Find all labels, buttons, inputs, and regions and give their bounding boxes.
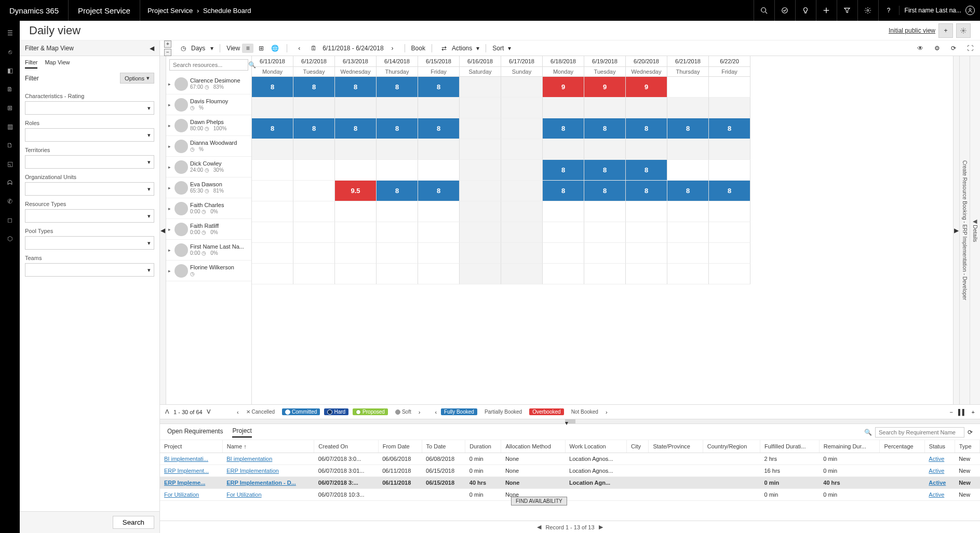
schedule-cell[interactable]	[418, 243, 460, 264]
filter-icon[interactable]	[837, 0, 857, 21]
view-link[interactable]: Initial public view	[889, 27, 935, 34]
schedule-cell[interactable]	[501, 243, 543, 264]
module-name[interactable]: Project Service	[69, 0, 140, 21]
schedule-cell[interactable]	[252, 98, 293, 118]
schedule-cell[interactable]	[377, 139, 418, 160]
schedule-cell[interactable]	[293, 222, 335, 243]
table-row[interactable]: BI implementati...BI implementation06/07…	[160, 453, 980, 465]
bp-refresh-icon[interactable]: ⟳	[968, 429, 973, 436]
name-link[interactable]: BI implementation	[226, 456, 272, 462]
pager-down[interactable]: ᐯ	[207, 408, 211, 415]
schedule-cell[interactable]: 8	[377, 181, 418, 201]
search-icon[interactable]	[754, 0, 774, 21]
schedule-cell[interactable]	[460, 222, 501, 243]
create-booking-tab[interactable]: Create Resource Booking - ERP Implementa…	[959, 56, 970, 404]
refresh-icon[interactable]: ⟳	[948, 45, 959, 52]
schedule-cell[interactable]	[293, 243, 335, 264]
schedule-cell[interactable]	[626, 98, 667, 118]
schedule-cell[interactable]	[335, 264, 377, 284]
chip-partially[interactable]: Partially Booked	[481, 408, 525, 415]
calendar-icon[interactable]: 🗓	[308, 45, 319, 52]
schedule-cell[interactable]: 8	[418, 77, 460, 98]
breadcrumb-1[interactable]: Project Service	[147, 7, 193, 15]
collapse-all-icon[interactable]: −	[164, 49, 171, 56]
column-header[interactable]: Country/Region	[703, 440, 760, 453]
schedule-cell[interactable]	[335, 98, 377, 118]
schedule-cell[interactable]: 9	[626, 77, 667, 98]
expand-icon[interactable]: ▸	[168, 206, 172, 211]
schedule-cell[interactable]	[377, 201, 418, 222]
date-range[interactable]: 6/11/2018 - 6/24/2018	[323, 45, 383, 52]
schedule-cell[interactable]	[709, 139, 750, 160]
add-icon[interactable]	[816, 0, 837, 21]
schedule-cell[interactable]	[377, 243, 418, 264]
schedule-cell[interactable]	[667, 222, 709, 243]
fullscreen-icon[interactable]: ⛶	[964, 45, 976, 52]
expand-all-icon[interactable]: +	[164, 40, 171, 48]
table-row[interactable]: ERP Implement...ERP Implementation06/07/…	[160, 465, 980, 477]
schedule-cell[interactable]	[377, 160, 418, 181]
schedule-cell[interactable]	[543, 98, 584, 118]
schedule-cell[interactable]	[377, 98, 418, 118]
column-header[interactable]: Type	[955, 440, 979, 453]
schedule-cell[interactable]	[543, 139, 584, 160]
tab-filter[interactable]: Filter	[25, 59, 37, 69]
chip-cancelled[interactable]: ✕ Cancelled	[243, 408, 278, 415]
schedule-cell[interactable]	[626, 222, 667, 243]
schedule-cell[interactable]	[626, 264, 667, 284]
right-collapse-handle[interactable]: ▶	[953, 56, 959, 404]
schedule-cell[interactable]	[335, 139, 377, 160]
status-link[interactable]: Active	[929, 491, 944, 498]
zoom-in-icon[interactable]: +	[972, 409, 975, 415]
schedule-cell[interactable]	[418, 201, 460, 222]
schedule-cell[interactable]	[460, 160, 501, 181]
tab-project[interactable]: Project	[232, 427, 251, 438]
column-header[interactable]: Created On	[314, 440, 378, 453]
rail-item-9[interactable]: ✆	[0, 192, 20, 211]
schedule-cell[interactable]	[418, 139, 460, 160]
schedule-cell[interactable]	[252, 139, 293, 160]
resource-row[interactable]: ▸ Dianna Woodward ◷%	[166, 136, 251, 157]
rail-item-8[interactable]: ᗣ	[0, 173, 20, 192]
days-label[interactable]: Days	[191, 45, 205, 52]
gear-icon[interactable]	[857, 0, 878, 21]
collapse-filter-icon[interactable]: ◀	[150, 45, 154, 52]
bp-pager-prev[interactable]: ◀	[537, 524, 541, 530]
rail-item-2[interactable]: ◧	[0, 61, 20, 80]
eye-icon[interactable]: 👁	[915, 45, 926, 52]
schedule-cell[interactable]: 8	[626, 160, 667, 181]
resource-row[interactable]: ▸ Davis Flournoy ◷%	[166, 94, 251, 115]
name-link[interactable]: ERP Implementation	[226, 468, 279, 474]
breadcrumb-2[interactable]: Schedule Board	[203, 7, 251, 15]
schedule-cell[interactable]	[293, 98, 335, 118]
schedule-cell[interactable]	[626, 243, 667, 264]
chip-committed[interactable]: Committed	[282, 408, 320, 415]
schedule-cell[interactable]: 8	[543, 160, 584, 181]
legend-prev[interactable]: ‹	[237, 409, 239, 415]
schedule-cell[interactable]: 8	[418, 118, 460, 139]
schedule-cell[interactable]	[584, 222, 626, 243]
schedule-cell[interactable]	[543, 201, 584, 222]
schedule-cell[interactable]	[667, 98, 709, 118]
schedule-cell[interactable]	[584, 98, 626, 118]
schedule-cell[interactable]	[501, 77, 543, 98]
filter-field-dropdown-5[interactable]: ▾	[25, 236, 154, 250]
project-link[interactable]: ERP Impleme...	[164, 480, 205, 486]
schedule-cell[interactable]: 9	[543, 77, 584, 98]
expand-icon[interactable]: ▸	[168, 102, 172, 107]
schedule-cell[interactable]	[252, 201, 293, 222]
column-header[interactable]: Status	[924, 440, 955, 453]
details-tab[interactable]: ◀ Details	[970, 56, 980, 404]
expand-icon[interactable]: ▸	[168, 165, 172, 170]
search-button[interactable]: Search	[113, 516, 154, 529]
schedule-cell[interactable]	[543, 222, 584, 243]
filter-field-dropdown-6[interactable]: ▾	[25, 263, 154, 277]
resource-row[interactable]: ▸ Eva Dawson 65:30 ◷81%	[166, 177, 251, 198]
schedule-cell[interactable]: 8	[584, 181, 626, 201]
schedule-cell[interactable]	[418, 222, 460, 243]
schedule-cell[interactable]: 8	[377, 77, 418, 98]
rail-menu-icon[interactable]: ☰	[0, 24, 20, 43]
list-view-icon[interactable]: ≡	[242, 44, 253, 53]
column-header[interactable]: Duration	[465, 440, 501, 453]
help-icon[interactable]: ?	[878, 0, 899, 21]
